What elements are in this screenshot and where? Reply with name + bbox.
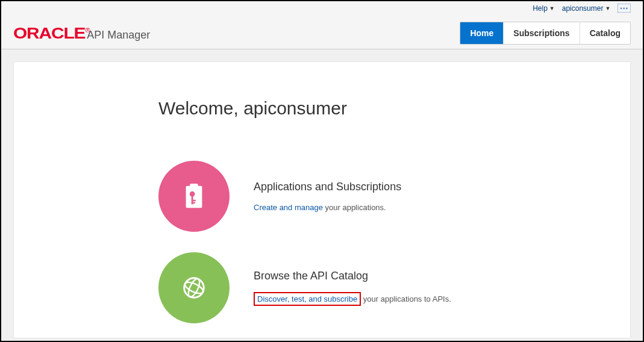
tab-catalog[interactable]: Catalog <box>580 22 630 44</box>
help-dropdown[interactable]: Help ▼ <box>533 4 555 13</box>
applications-desc: Create and manage your applications. <box>254 203 401 212</box>
highlight-box: Discover, test, and subscribe <box>254 292 361 306</box>
chevron-down-icon: ▼ <box>549 5 555 11</box>
applications-icon-circle <box>158 161 230 232</box>
logo-text: ORACLE <box>13 24 85 42</box>
registered-mark: ® <box>85 27 89 34</box>
applications-desc-rest: your applications. <box>323 203 386 212</box>
tab-subscriptions[interactable]: Subscriptions <box>503 22 579 44</box>
applications-row: Applications and Subscriptions Create an… <box>158 161 630 232</box>
content-card: Welcome, apiconsumer Applications and Su… <box>13 61 631 338</box>
page-title: Welcome, apiconsumer <box>158 98 630 119</box>
catalog-row: Browse the API Catalog Discover, test, a… <box>158 252 630 323</box>
applications-text: Applications and Subscriptions Create an… <box>254 181 401 212</box>
svg-rect-4 <box>193 200 196 201</box>
oracle-logo: ORACLE® <box>13 24 90 43</box>
svg-rect-5 <box>193 202 195 204</box>
applications-title: Applications and Subscriptions <box>254 181 401 193</box>
product-name: API Manager <box>87 29 150 42</box>
globe-icon <box>180 274 208 302</box>
chevron-down-icon: ▼ <box>605 5 610 11</box>
tab-home[interactable]: Home <box>460 22 503 44</box>
catalog-icon-circle <box>158 252 230 323</box>
catalog-text: Browse the API Catalog Discover, test, a… <box>254 270 451 306</box>
svg-rect-1 <box>190 184 198 188</box>
menu-dots-icon[interactable]: ▪▪▪ <box>617 4 631 13</box>
user-label: apiconsumer <box>562 4 604 13</box>
nav-tabs: Home Subscriptions Catalog <box>460 22 631 45</box>
catalog-title: Browse the API Catalog <box>254 270 451 282</box>
svg-rect-0 <box>186 186 202 208</box>
utility-row: Help ▼ apiconsumer ▼ ▪▪▪ <box>533 4 631 13</box>
clipboard-key-icon <box>180 182 208 210</box>
catalog-desc: Discover, test, and subscribe your appli… <box>254 292 451 306</box>
user-dropdown[interactable]: apiconsumer ▼ <box>562 4 611 13</box>
help-label: Help <box>533 4 548 13</box>
header: Help ▼ apiconsumer ▼ ▪▪▪ ORACLE® API Man… <box>1 1 643 49</box>
discover-link[interactable]: Discover, test, and subscribe <box>257 294 357 303</box>
brand-row: ORACLE® API Manager <box>13 24 150 43</box>
create-manage-link[interactable]: Create and manage <box>254 203 323 212</box>
catalog-desc-rest: your applications to APIs. <box>361 294 451 303</box>
